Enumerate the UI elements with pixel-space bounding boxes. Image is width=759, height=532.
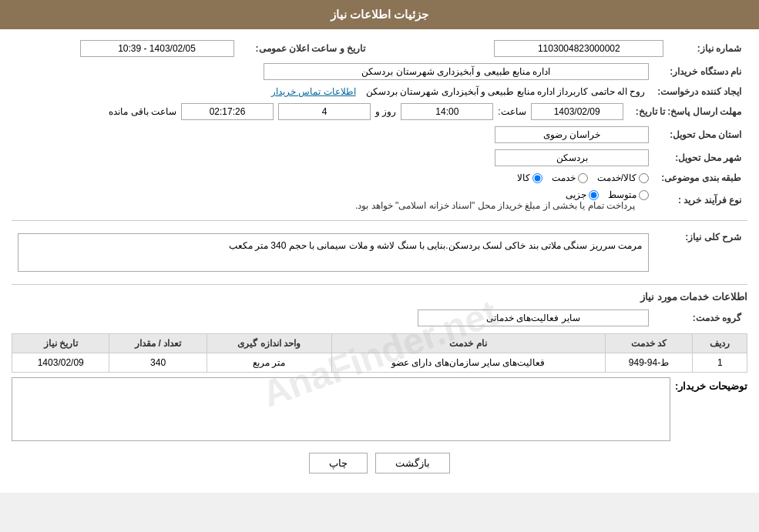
row-deadline: مهلت ارسال پاسخ: تا تاریخ: 1403/02/09 سا… [12,100,747,123]
description-value: مرمت سرریز سنگی ملاتی بند خاکی لسک بردسک… [12,227,655,278]
creator-text: روح اله حاتمی کاربرداز اداره منابع طبیعی… [366,86,645,97]
table-area: ردیف کد خدمت نام خدمت واحد اندازه گیری ت… [12,333,747,373]
cell-code: ط-94-949 [605,353,693,373]
buyer-notes-textarea[interactable] [23,381,667,435]
creator-label: ایجاد کننده درخواست: [651,83,747,100]
page-header: جزئیات اطلاعات نیاز [0,0,759,29]
row-province: استان محل تحویل: خراسان رضوی [12,123,747,146]
category-value: کالا/خدمت خدمت کالا [12,169,655,186]
info-table-category: طبقه بندی موضوعی: کالا/خدمت خدمت [12,169,747,186]
description-label: شرح کلی نیاز: [655,227,747,278]
row-buyer-org: نام دستگاه خریدار: اداره منابع طبیعی و آ… [12,60,747,83]
info-table-province: استان محل تحویل: خراسان رضوی شهر محل تحو… [12,123,747,169]
page-wrapper: جزئیات اطلاعات نیاز شماره نیاز: 11030048… [0,0,759,493]
category-label: طبقه بندی موضوعی: [655,169,747,186]
info-table-description: شرح کلی نیاز: مرمت سرریز سنگی ملاتی بند … [12,227,747,278]
main-content: شماره نیاز: 1103004823000002 تاریخ و ساع… [0,29,759,493]
info-table-service-group: گروه خدمت: سایر فعالیت‌های خدماتی [12,306,747,330]
deadline-remaining-box: 02:17:26 [181,103,274,120]
service-group-label: گروه خدمت: [655,306,747,330]
date-label: تاریخ و ساعت اعلان عمومی: [240,37,421,60]
remaining-label: ساعت باقی مانده [109,106,176,117]
radio-khedmat-label: خدمت [552,172,576,183]
cell-quantity: 340 [109,353,207,373]
deadline-value: 1403/02/09 ساعت: 14:00 روز و 4 02:17:26 … [12,100,630,123]
page-title: جزئیات اطلاعات نیاز [331,8,428,21]
col-name: نام خدمت [331,334,605,353]
purchase-note: پرداخت تمام یا بخشی از مبلغ خریداز محل "… [349,197,641,214]
col-code: کد خدمت [605,334,693,353]
days-label: روز و [375,106,396,117]
row-description: شرح کلی نیاز: مرمت سرریز سنگی ملاتی بند … [12,227,747,278]
divider-1 [12,220,747,221]
creator-link[interactable]: اطلاعات تماس خریدار [271,86,356,97]
info-table-buyer: نام دستگاه خریدار: اداره منابع طبیعی و آ… [12,60,747,83]
deadline-label: مهلت ارسال پاسخ: تا تاریخ: [630,100,747,123]
creator-value: روح اله حاتمی کاربرداز اداره منابع طبیعی… [12,83,651,100]
purchase-type-value: متوسط جزیی پرداخت تمام یا بخشی از مبلغ خ… [12,186,655,214]
category-radio-group: کالا/خدمت خدمت کالا [18,172,649,183]
radio-kala-khedmat-label: کالا/خدمت [597,172,636,183]
cell-name: فعالیت‌های سایر سازمان‌های دارای عضو [331,353,605,373]
services-title: اطلاعات خدمات مورد نیاز [12,291,747,303]
radio-khedmat[interactable]: خدمت [552,172,588,183]
buyer-notes-wrapper: توضیحات خریدار: [12,377,747,441]
row-service-group: گروه خدمت: سایر فعالیت‌های خدماتی [12,306,747,330]
services-table-body: 1 ط-94-949 فعالیت‌های سایر سازمان‌های دا… [12,353,747,373]
col-quantity: تعداد / مقدار [109,334,207,353]
info-table-top: شماره نیاز: 1103004823000002 تاریخ و ساع… [12,37,747,60]
col-row: ردیف [693,334,747,353]
back-button[interactable]: بازگشت [375,453,450,473]
time-label: ساعت: [498,106,526,117]
description-box: مرمت سرریز سنگی ملاتی بند خاکی لسک بردسک… [18,233,649,272]
buyer-org-label: نام دستگاه خریدار: [655,60,747,83]
radio-kala-input[interactable] [532,173,542,183]
footer-buttons: بازگشت چاپ [12,441,747,485]
date-box: 1403/02/05 - 10:39 [80,40,234,57]
province-label: استان محل تحویل: [655,123,747,146]
province-value: خراسان رضوی [12,123,655,146]
row-request-number: شماره نیاز: 1103004823000002 تاریخ و ساع… [12,37,747,60]
request-number-label: شماره نیاز: [670,37,747,60]
deadline-date-box: 1403/02/09 [531,103,623,120]
buyer-org-value: اداره منابع طبیعی و آبخیزداری شهرستان بر… [12,60,655,83]
service-group-box: سایر فعالیت‌های خدماتی [418,309,649,326]
radio-khedmat-input[interactable] [578,173,588,183]
city-value: بردسکن [12,146,655,169]
table-header-row: ردیف کد خدمت نام خدمت واحد اندازه گیری ت… [12,334,747,353]
info-table-purchase-type: نوع فرآیند خرید : متوسط جزیی پرداخت [12,186,747,214]
info-table-creator: ایجاد کننده درخواست: روح اله حاتمی کاربر… [12,83,747,100]
request-number-box: 1103004823000002 [494,40,663,57]
deadline-time-box: 14:00 [401,103,493,120]
service-group-value: سایر فعالیت‌های خدماتی [12,306,655,330]
deadline-days-box: 4 [278,103,371,120]
buyer-notes-box [12,377,670,441]
services-table-head: ردیف کد خدمت نام خدمت واحد اندازه گیری ت… [12,334,747,353]
cell-row: 1 [693,353,747,373]
row-city: شهر محل تحویل: بردسکن [12,146,747,169]
radio-kala-label: کالا [517,172,530,183]
row-creator: ایجاد کننده درخواست: روح اله حاتمی کاربر… [12,83,747,100]
city-label: شهر محل تحویل: [655,146,747,169]
date-value: 1403/02/05 - 10:39 [12,37,240,60]
purchase-type-label: نوع فرآیند خرید : [655,186,747,214]
buyer-org-box: اداره منابع طبیعی و آبخیزداری شهرستان بر… [264,63,649,80]
divider-2 [12,284,747,285]
radio-kala-khedmat-input[interactable] [639,173,649,183]
row-purchase-type: نوع فرآیند خرید : متوسط جزیی پرداخت [12,186,747,214]
table-row: 1 ط-94-949 فعالیت‌های سایر سازمان‌های دا… [12,353,747,373]
col-date: تاریخ نیاز [12,334,109,353]
description-text: مرمت سرریز سنگی ملاتی بند خاکی لسک بردسک… [229,240,642,251]
print-button[interactable]: چاپ [309,453,368,473]
request-number-value: 1103004823000002 [420,37,670,60]
cell-unit: متر مربع [207,353,331,373]
city-box: بردسکن [495,149,649,166]
col-unit: واحد اندازه گیری [207,334,331,353]
radio-kala[interactable]: کالا [517,172,542,183]
buyer-notes-label: توضیحات خریدار: [675,377,747,392]
province-box: خراسان رضوی [495,126,649,143]
row-category: طبقه بندی موضوعی: کالا/خدمت خدمت [12,169,747,186]
radio-kala-khedmat[interactable]: کالا/خدمت [597,172,649,183]
info-table-deadline: مهلت ارسال پاسخ: تا تاریخ: 1403/02/09 سا… [12,100,747,123]
services-table: ردیف کد خدمت نام خدمت واحد اندازه گیری ت… [12,333,747,373]
